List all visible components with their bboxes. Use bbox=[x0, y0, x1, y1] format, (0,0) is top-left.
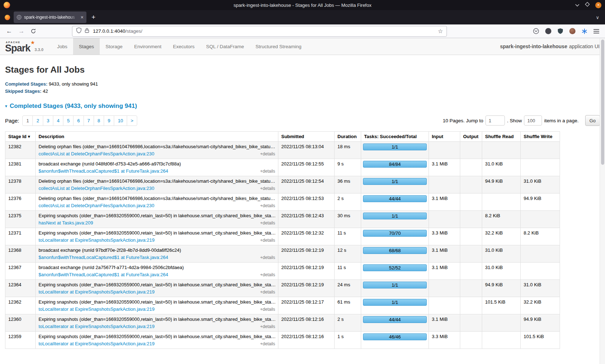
completed-stages-section-toggle[interactable]: ▾ Completed Stages (9433, only showing 9… bbox=[5, 103, 600, 110]
details-toggle[interactable]: +details bbox=[257, 272, 275, 277]
details-toggle[interactable]: +details bbox=[257, 151, 275, 156]
stage-callsite-link[interactable]: $anonfun$withThreadLocalCaptured$1 at Fu… bbox=[39, 255, 168, 260]
scrollbar[interactable] bbox=[600, 38, 605, 364]
stage-callsite-link[interactable]: toLocalIterator at ExpireSnapshotsSparkA… bbox=[39, 324, 154, 329]
connection-security-lock-icon[interactable] bbox=[85, 28, 89, 35]
shuffle-read-cell: 101.5 KiB bbox=[482, 297, 521, 314]
spark-nav-item[interactable]: Executors bbox=[167, 38, 200, 55]
bookmark-star-icon[interactable]: ☆ bbox=[438, 28, 443, 35]
adblock-shield-icon[interactable] bbox=[557, 28, 563, 34]
browser-tab[interactable]: spark-ingest-into-lakehous × bbox=[14, 12, 86, 23]
stage-callsite-link[interactable]: $anonfun$withThreadLocalCaptured$1 at Fu… bbox=[39, 168, 168, 174]
page-button[interactable]: 6 bbox=[73, 115, 84, 126]
description-cell: Deleting orphan files (older_than=166910… bbox=[36, 194, 278, 211]
spark-nav-item[interactable]: Jobs bbox=[51, 38, 73, 55]
page-button[interactable]: 7 bbox=[84, 115, 94, 126]
url-bar[interactable]: 127.0.0.1:4040/stages/ ☆ bbox=[72, 26, 447, 37]
column-header[interactable]: Output bbox=[460, 132, 482, 142]
extension-asterisk-icon[interactable] bbox=[582, 28, 587, 34]
spark-nav-item[interactable]: Storage bbox=[100, 38, 128, 55]
details-toggle[interactable]: +details bbox=[257, 341, 275, 346]
reload-button[interactable] bbox=[31, 28, 36, 34]
page-button[interactable]: 1 bbox=[22, 115, 33, 126]
stage-callsite-link[interactable]: toLocalIterator at ExpireSnapshotsSparkA… bbox=[39, 341, 154, 346]
page-button[interactable]: 3 bbox=[43, 115, 53, 126]
stage-callsite-link[interactable]: $anonfun$withThreadLocalCaptured$1 at Fu… bbox=[39, 272, 168, 277]
items-per-page-input[interactable] bbox=[524, 115, 542, 126]
maximize-icon[interactable] bbox=[585, 2, 590, 8]
details-toggle[interactable]: +details bbox=[257, 220, 275, 226]
spark-nav-item[interactable]: Environment bbox=[128, 38, 167, 55]
extension-avatar-icon[interactable] bbox=[569, 28, 575, 34]
page-button[interactable]: 2 bbox=[32, 115, 43, 126]
description-cell: broadcast exchange (runId 2a75677f-a771-… bbox=[36, 263, 278, 280]
duration-cell: 12 s bbox=[335, 245, 361, 263]
jump-to-page-input[interactable] bbox=[485, 115, 505, 126]
stage-callsite-link[interactable]: hasNext at Tasks.java:209 bbox=[39, 220, 93, 226]
column-header[interactable]: Stage Id ▾ bbox=[5, 132, 36, 142]
url-text[interactable]: 127.0.0.1:4040/stages/ bbox=[93, 28, 142, 34]
spark-logo[interactable]: APACHE Spark ★ 3.3.0 bbox=[0, 38, 49, 55]
duration-cell: 2 s bbox=[335, 194, 361, 211]
new-tab-button[interactable]: + bbox=[91, 13, 95, 21]
column-header[interactable]: Description bbox=[36, 132, 278, 142]
stage-callsite-link[interactable]: collectAsList at DeleteOrphanFilesSparkA… bbox=[39, 151, 154, 156]
skipped-stages-stat: Skipped Stages: 42 bbox=[5, 88, 600, 95]
stage-id-cell: 12364 bbox=[5, 280, 36, 297]
stage-callsite-link[interactable]: collectAsList at DeleteOrphanFilesSparkA… bbox=[39, 203, 154, 208]
back-button[interactable]: ← bbox=[6, 28, 12, 34]
column-header[interactable]: Submitted bbox=[278, 132, 335, 142]
description-cell: broadcast exchange (runId 048fd06f-d753-… bbox=[36, 159, 278, 176]
tab-close-icon[interactable]: × bbox=[81, 14, 84, 20]
duration-cell: 30 ms bbox=[335, 211, 361, 228]
spark-version: 3.3.0 bbox=[35, 47, 43, 52]
pagination-bar: Page: 1 2 3 4 5 6 7 8 9 10 bbox=[5, 115, 600, 126]
spark-nav-item-label: SQL / DataFrame bbox=[206, 44, 244, 49]
details-toggle[interactable]: +details bbox=[257, 238, 275, 243]
spark-nav-item[interactable]: Structured Streaming bbox=[250, 38, 308, 55]
list-tabs-icon[interactable]: ∨ bbox=[596, 15, 599, 20]
details-toggle[interactable]: +details bbox=[257, 203, 275, 208]
details-toggle[interactable]: +details bbox=[257, 169, 275, 174]
scrollbar-thumb[interactable] bbox=[601, 40, 604, 165]
spark-nav-item[interactable]: Stages bbox=[73, 38, 100, 55]
stage-callsite-link[interactable]: toLocalIterator at ExpireSnapshotsSparkA… bbox=[39, 237, 154, 243]
firefox-view-icon[interactable] bbox=[5, 15, 10, 20]
column-header[interactable]: Tasks: Succeeded/Total bbox=[361, 132, 429, 142]
details-toggle[interactable]: +details bbox=[257, 255, 275, 260]
menu-hamburger-icon[interactable] bbox=[593, 29, 599, 34]
completed-stages-link[interactable]: Completed Stages: bbox=[5, 81, 48, 87]
column-header[interactable]: Shuffle Write bbox=[521, 132, 560, 142]
column-header[interactable]: Duration bbox=[335, 132, 361, 142]
forward-button[interactable]: → bbox=[18, 28, 24, 34]
spark-nav-item-label: Structured Streaming bbox=[256, 44, 302, 49]
tracking-protection-shield-icon[interactable] bbox=[76, 27, 82, 35]
details-toggle[interactable]: +details bbox=[257, 324, 275, 329]
skipped-stages-link[interactable]: Skipped Stages: bbox=[5, 88, 41, 94]
shuffle-read-cell bbox=[482, 332, 521, 349]
details-toggle[interactable]: +details bbox=[257, 290, 275, 295]
url-path: /stages/ bbox=[125, 28, 142, 34]
go-button[interactable]: Go bbox=[585, 115, 600, 126]
shuffle-write-cell bbox=[521, 159, 560, 176]
page-button[interactable]: 5 bbox=[63, 115, 73, 126]
column-header[interactable]: Shuffle Read bbox=[482, 132, 521, 142]
account-avatar-icon[interactable] bbox=[545, 28, 551, 34]
page-button[interactable]: 8 bbox=[94, 115, 104, 126]
column-header[interactable]: Input bbox=[429, 132, 460, 142]
pocket-icon[interactable] bbox=[533, 28, 539, 34]
close-icon[interactable]: × bbox=[595, 2, 601, 8]
page-button[interactable]: 9 bbox=[104, 115, 114, 126]
spark-nav-item[interactable]: SQL / DataFrame bbox=[200, 38, 250, 55]
page-button[interactable]: 10 bbox=[114, 115, 127, 126]
stage-callsite-link[interactable]: toLocalIterator at ExpireSnapshotsSparkA… bbox=[39, 289, 154, 295]
details-toggle[interactable]: +details bbox=[257, 186, 275, 191]
details-toggle[interactable]: +details bbox=[257, 307, 275, 312]
page-button[interactable]: 4 bbox=[53, 115, 63, 126]
page-button[interactable]: > bbox=[127, 115, 138, 126]
stage-callsite-link[interactable]: collectAsList at DeleteOrphanFilesSparkA… bbox=[39, 186, 154, 191]
tasks-progress-label: 1/1 bbox=[391, 179, 398, 184]
minimize-icon[interactable] bbox=[575, 2, 579, 8]
stage-callsite-link[interactable]: toLocalIterator at ExpireSnapshotsSparkA… bbox=[39, 306, 154, 312]
duration-cell: 9 s bbox=[335, 159, 361, 176]
